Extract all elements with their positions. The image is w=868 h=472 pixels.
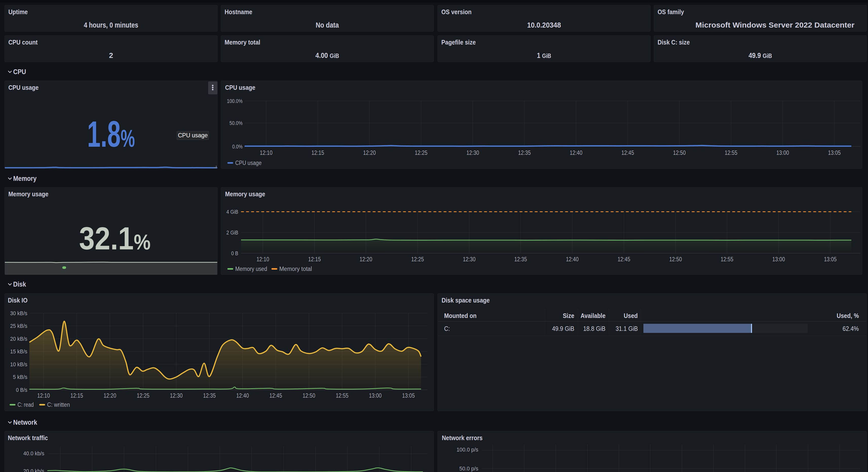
svg-text:20.0 kb/s: 20.0 kb/s bbox=[23, 468, 44, 472]
svg-text:20 kB/s: 20 kB/s bbox=[10, 336, 27, 342]
svg-text:12:10: 12:10 bbox=[37, 392, 50, 399]
svg-text:Memory used: Memory used bbox=[235, 266, 267, 272]
svg-text:13:00: 13:00 bbox=[772, 256, 785, 263]
svg-text:0.0%: 0.0% bbox=[232, 143, 243, 150]
svg-text:12:40: 12:40 bbox=[566, 256, 579, 263]
svg-text:0 B: 0 B bbox=[231, 250, 238, 257]
svg-text:12:15: 12:15 bbox=[311, 149, 324, 156]
svg-text:12:25: 12:25 bbox=[415, 149, 427, 156]
svg-text:12:55: 12:55 bbox=[721, 256, 733, 263]
svg-text:13:05: 13:05 bbox=[828, 149, 841, 156]
svg-text:25 kB/s: 25 kB/s bbox=[10, 323, 27, 329]
svg-text:12:10: 12:10 bbox=[256, 256, 269, 263]
svg-text:15 kB/s: 15 kB/s bbox=[10, 348, 27, 355]
svg-text:13:05: 13:05 bbox=[402, 392, 415, 399]
svg-text:12:20: 12:20 bbox=[363, 149, 376, 156]
svg-text:C: written: C: written bbox=[47, 401, 70, 408]
svg-text:12:55: 12:55 bbox=[336, 392, 348, 399]
svg-text:12:55: 12:55 bbox=[725, 149, 737, 156]
svg-text:2 GiB: 2 GiB bbox=[226, 229, 238, 236]
svg-text:12:50: 12:50 bbox=[303, 392, 315, 399]
svg-text:100.0 p/s: 100.0 p/s bbox=[457, 446, 478, 453]
svg-text:Memory total: Memory total bbox=[279, 266, 312, 272]
svg-text:12:30: 12:30 bbox=[463, 256, 475, 263]
svg-text:12:45: 12:45 bbox=[618, 256, 630, 263]
svg-text:50.0%: 50.0% bbox=[229, 120, 243, 126]
svg-text:0 B/s: 0 B/s bbox=[16, 387, 27, 393]
svg-text:13:00: 13:00 bbox=[369, 392, 381, 399]
svg-text:13:05: 13:05 bbox=[824, 256, 837, 263]
svg-text:12:50: 12:50 bbox=[673, 149, 686, 156]
svg-text:13:00: 13:00 bbox=[776, 149, 789, 156]
svg-text:12:45: 12:45 bbox=[270, 392, 282, 399]
svg-text:40.0 kb/s: 40.0 kb/s bbox=[23, 450, 44, 457]
svg-text:100.0%: 100.0% bbox=[227, 98, 243, 104]
svg-text:12:50: 12:50 bbox=[669, 256, 682, 263]
svg-text:5 kB/s: 5 kB/s bbox=[13, 374, 27, 380]
svg-text:12:10: 12:10 bbox=[260, 149, 273, 156]
svg-text:12:20: 12:20 bbox=[360, 256, 372, 263]
svg-text:12:25: 12:25 bbox=[411, 256, 424, 263]
svg-text:10 kB/s: 10 kB/s bbox=[10, 361, 27, 368]
svg-text:12:45: 12:45 bbox=[621, 149, 634, 156]
svg-text:CPU usage: CPU usage bbox=[235, 160, 261, 166]
svg-text:12:35: 12:35 bbox=[518, 149, 531, 156]
svg-text:12:30: 12:30 bbox=[466, 149, 479, 156]
svg-text:12:15: 12:15 bbox=[308, 256, 321, 263]
svg-text:12:25: 12:25 bbox=[137, 392, 149, 399]
svg-text:4 GiB: 4 GiB bbox=[226, 209, 238, 215]
svg-text:30 kB/s: 30 kB/s bbox=[10, 310, 27, 316]
svg-text:12:40: 12:40 bbox=[570, 149, 582, 156]
svg-text:C: read: C: read bbox=[18, 401, 34, 408]
svg-text:50.0 p/s: 50.0 p/s bbox=[459, 465, 478, 472]
svg-text:12:30: 12:30 bbox=[170, 392, 183, 399]
svg-text:12:20: 12:20 bbox=[103, 392, 116, 399]
svg-text:12:35: 12:35 bbox=[514, 256, 527, 263]
svg-text:12:15: 12:15 bbox=[70, 392, 83, 399]
svg-text:12:35: 12:35 bbox=[203, 392, 216, 399]
svg-text:12:40: 12:40 bbox=[236, 392, 249, 399]
